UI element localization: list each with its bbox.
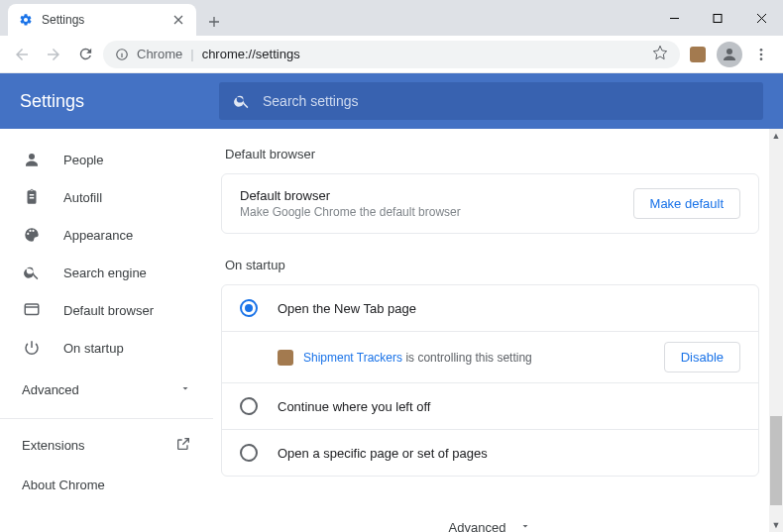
scrollbar-thumb[interactable] bbox=[770, 416, 782, 505]
default-browser-title: Default browser bbox=[240, 188, 461, 203]
page-title: Settings bbox=[20, 91, 203, 112]
sidebar-item-label: Default browser bbox=[63, 303, 154, 318]
settings-content: Default browser Default browser Make Goo… bbox=[213, 129, 783, 532]
radio-label: Open the New Tab page bbox=[278, 301, 416, 316]
close-window-button[interactable] bbox=[739, 3, 783, 33]
sidebar-item-search-engine[interactable]: Search engine bbox=[0, 254, 213, 291]
disable-extension-button[interactable]: Disable bbox=[664, 342, 740, 372]
svg-rect-7 bbox=[25, 304, 39, 315]
search-icon bbox=[22, 263, 42, 282]
controlling-extension-name[interactable]: Shipment Trackers bbox=[303, 351, 402, 365]
omnibox-scheme: Chrome bbox=[137, 47, 182, 61]
make-default-button[interactable]: Make default bbox=[633, 188, 740, 219]
tab-title: Settings bbox=[42, 13, 163, 27]
svg-point-3 bbox=[760, 49, 763, 52]
sidebar-item-label: Autofill bbox=[63, 190, 102, 205]
forward-button[interactable] bbox=[40, 41, 67, 68]
sidebar-item-label: On startup bbox=[63, 341, 124, 356]
sidebar-item-label: People bbox=[63, 153, 103, 167]
radio-unselected-icon bbox=[240, 444, 258, 462]
settings-gear-icon bbox=[18, 12, 34, 28]
advanced-footer-label: Advanced bbox=[449, 520, 506, 532]
palette-icon bbox=[22, 225, 42, 245]
startup-option-newtab[interactable]: Open the New Tab page bbox=[222, 285, 758, 331]
browser-tab[interactable]: Settings bbox=[8, 4, 196, 36]
reload-button[interactable] bbox=[71, 41, 99, 68]
person-icon bbox=[22, 150, 42, 169]
chevron-down-icon bbox=[519, 520, 531, 532]
extensions-label: Extensions bbox=[22, 438, 85, 453]
back-button[interactable] bbox=[8, 41, 36, 68]
maximize-button[interactable] bbox=[696, 3, 739, 33]
radio-label: Open a specific page or set of pages bbox=[278, 446, 488, 461]
close-icon[interactable] bbox=[170, 12, 186, 28]
advanced-footer-toggle[interactable]: Advanced bbox=[221, 500, 759, 532]
default-browser-card: Default browser Make Google Chrome the d… bbox=[221, 173, 759, 234]
startup-option-continue[interactable]: Continue where you left off bbox=[222, 383, 758, 429]
advanced-label: Advanced bbox=[22, 382, 79, 397]
kebab-menu-icon[interactable] bbox=[747, 41, 775, 68]
sidebar-item-appearance[interactable]: Appearance bbox=[0, 216, 213, 254]
minimize-button[interactable] bbox=[652, 3, 696, 33]
search-settings-box[interactable] bbox=[219, 82, 763, 120]
sidebar-item-label: Appearance bbox=[63, 228, 133, 243]
sidebar-item-autofill[interactable]: Autofill bbox=[0, 178, 213, 216]
info-icon bbox=[115, 48, 129, 61]
section-heading-on-startup: On startup bbox=[221, 258, 759, 272]
controlling-suffix: is controlling this setting bbox=[402, 351, 532, 365]
clipboard-icon bbox=[22, 187, 42, 207]
omnibox-path: chrome://settings bbox=[202, 47, 300, 61]
search-icon bbox=[233, 92, 251, 110]
about-label: About Chrome bbox=[22, 478, 105, 492]
address-bar[interactable]: Chrome | chrome://settings bbox=[103, 41, 680, 68]
browser-icon bbox=[22, 300, 42, 320]
svg-point-6 bbox=[29, 154, 35, 160]
sidebar-extensions[interactable]: Extensions bbox=[0, 425, 213, 465]
profile-avatar[interactable] bbox=[716, 41, 743, 68]
on-startup-card: Open the New Tab page Shipment Trackers … bbox=[221, 284, 759, 477]
svg-point-2 bbox=[727, 49, 732, 54]
bookmark-star-icon[interactable] bbox=[652, 45, 668, 63]
default-browser-subtitle: Make Google Chrome the default browser bbox=[240, 205, 461, 219]
sidebar-about-chrome[interactable]: About Chrome bbox=[0, 465, 213, 504]
settings-sidebar: People Autofill Appearance Search engine… bbox=[0, 129, 213, 532]
svg-point-5 bbox=[760, 57, 763, 60]
window-controls bbox=[652, 0, 783, 36]
settings-header: Settings bbox=[0, 73, 783, 129]
scroll-down-arrow-icon[interactable]: ▼ bbox=[769, 518, 783, 532]
extension-mini-icon bbox=[278, 350, 293, 366]
radio-unselected-icon bbox=[240, 397, 258, 415]
radio-label: Continue where you left off bbox=[278, 399, 430, 414]
sidebar-advanced-toggle[interactable]: Advanced bbox=[0, 367, 213, 412]
svg-point-4 bbox=[760, 53, 763, 55]
power-icon bbox=[22, 338, 42, 358]
scrollbar-track[interactable]: ▲ ▼ bbox=[769, 129, 783, 532]
sidebar-item-label: Search engine bbox=[63, 266, 147, 280]
svg-rect-0 bbox=[714, 14, 722, 22]
extension-controlled-notice: Shipment Trackers is controlling this se… bbox=[222, 331, 758, 383]
sidebar-divider bbox=[0, 418, 213, 419]
chevron-down-icon bbox=[179, 382, 191, 397]
extension-icon[interactable] bbox=[684, 41, 712, 68]
browser-titlebar: Settings bbox=[0, 0, 783, 36]
scroll-up-arrow-icon[interactable]: ▲ bbox=[769, 129, 783, 143]
new-tab-button[interactable] bbox=[200, 8, 228, 36]
sidebar-item-on-startup[interactable]: On startup bbox=[0, 329, 213, 367]
sidebar-item-default-browser[interactable]: Default browser bbox=[0, 291, 213, 329]
sidebar-item-people[interactable]: People bbox=[0, 141, 213, 178]
search-input[interactable] bbox=[263, 93, 749, 109]
section-heading-default-browser: Default browser bbox=[221, 147, 759, 161]
browser-toolbar: Chrome | chrome://settings bbox=[0, 36, 783, 73]
startup-option-specific-pages[interactable]: Open a specific page or set of pages bbox=[222, 429, 758, 476]
external-link-icon bbox=[175, 436, 191, 455]
radio-selected-icon bbox=[240, 299, 258, 317]
